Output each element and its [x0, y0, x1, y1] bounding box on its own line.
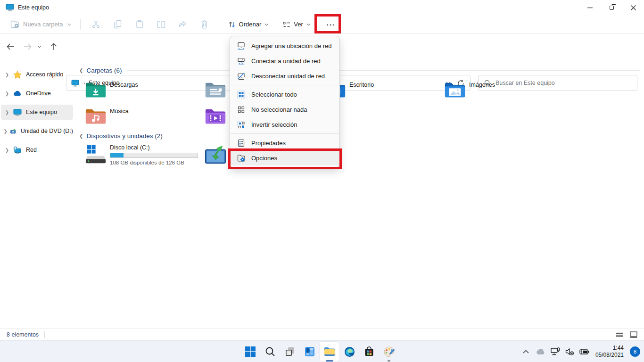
folders-group-header[interactable]: ❮ Carpetas (6) — [79, 67, 640, 74]
menu-item-add-network-location[interactable]: Agregar una ubicación de red — [230, 38, 339, 53]
sort-button[interactable]: Ordenar — [224, 16, 273, 33]
view-button[interactable]: Ver — [279, 16, 315, 33]
sidebar-item-label: OneDrive — [26, 90, 51, 97]
disk-usage-fill — [110, 153, 124, 157]
sidebar-item-quick-access[interactable]: ❯ Acceso rápido — [1, 67, 73, 82]
expand-chevron-icon[interactable]: ❯ — [1, 72, 13, 77]
network-icon — [13, 146, 22, 154]
view-label: Ver — [294, 21, 303, 28]
this-pc-icon — [6, 4, 14, 11]
clock-time: 1:44 — [595, 345, 624, 352]
file-explorer-icon — [324, 346, 335, 357]
dvd-drive-icon — [205, 146, 226, 166]
forward-icon — [24, 43, 32, 50]
expand-chevron-icon[interactable]: ❯ — [1, 148, 13, 153]
store-button[interactable] — [359, 342, 379, 362]
menu-item-select-none[interactable]: No seleccionar nada — [230, 102, 339, 117]
folder-documents-icon — [205, 79, 226, 100]
collapse-chevron-icon[interactable]: ❮ — [79, 68, 83, 73]
start-button[interactable] — [240, 342, 260, 362]
menu-item-label: Conectar a unidad de red — [251, 58, 321, 65]
delete-button[interactable] — [194, 16, 215, 33]
restore-button[interactable] — [601, 0, 622, 15]
see-more-menu: Agregar una ubicación de red Conectar a … — [230, 36, 340, 168]
folder-name: Imágenes — [469, 82, 495, 88]
recent-locations-button[interactable] — [34, 39, 44, 54]
menu-separator — [231, 85, 339, 85]
details-view-icon — [616, 331, 623, 337]
notification-count: 8 — [634, 349, 636, 354]
folder-tile-desktop[interactable]: Escritorio — [324, 79, 440, 103]
back-icon — [7, 43, 15, 50]
up-button[interactable] — [46, 39, 61, 54]
sidebar-item-network[interactable]: ❯ Red — [1, 142, 73, 157]
devices-group-header[interactable]: ❮ Dispositivos y unidades (2) — [79, 132, 640, 140]
edge-button[interactable] — [339, 342, 359, 362]
chevron-down-icon — [306, 23, 311, 26]
sidebar-item-dvd-drive[interactable]: ❯ Unidad de DVD (D:) — [1, 123, 73, 139]
tray-chevron-up-icon[interactable] — [520, 346, 532, 357]
sidebar-item-this-pc[interactable]: ❯ Este equipo — [1, 105, 73, 120]
copy-button[interactable] — [107, 16, 129, 33]
new-folder-button[interactable]: Nueva carpeta — [7, 16, 75, 33]
select-none-icon — [237, 105, 246, 114]
add-network-location-icon — [237, 41, 246, 50]
share-icon — [178, 20, 187, 29]
expand-chevron-icon[interactable]: ❯ — [1, 110, 13, 115]
cut-button[interactable] — [85, 16, 107, 33]
see-more-button[interactable]: ... — [322, 16, 340, 33]
taskbar-clock[interactable]: 1:44 05/08/2021 — [595, 345, 624, 359]
notification-badge[interactable]: 8 — [630, 346, 640, 357]
menu-item-select-all[interactable]: Seleccionar todo — [230, 87, 339, 102]
folder-pictures-icon — [444, 79, 466, 100]
task-view-button[interactable] — [280, 342, 300, 362]
windows-start-icon — [245, 346, 256, 357]
taskbar-search-button[interactable] — [260, 342, 280, 362]
menu-item-properties[interactable]: Propiedades — [230, 135, 339, 150]
drive-tile-local-disk-c[interactable]: Disco local (C:) 108 GB disponibles de 1… — [85, 144, 201, 167]
sidebar-item-label: Red — [26, 147, 37, 153]
paint-icon — [384, 346, 395, 357]
share-button[interactable] — [172, 16, 194, 33]
back-button[interactable] — [3, 39, 18, 54]
paint-button[interactable] — [379, 342, 399, 362]
folder-tile-music[interactable]: Música — [85, 106, 201, 129]
invert-selection-icon — [237, 120, 246, 129]
menu-item-map-network-drive[interactable]: Conectar a unidad de red — [230, 53, 339, 68]
expand-chevron-icon[interactable]: ❯ — [1, 129, 10, 134]
close-button[interactable] — [622, 0, 644, 15]
dvd-drive-icon — [10, 127, 16, 135]
running-indicator — [326, 360, 333, 362]
sidebar-item-onedrive[interactable]: ❯ OneDrive — [1, 86, 73, 101]
search-icon — [265, 346, 275, 357]
volume-muted-tray-icon[interactable] — [564, 346, 576, 357]
view-icon — [283, 21, 290, 28]
chevron-down-icon — [264, 23, 269, 26]
menu-item-label: No seleccionar nada — [251, 106, 307, 113]
expand-chevron-icon[interactable]: ❯ — [1, 91, 13, 96]
collapse-chevron-icon[interactable]: ❮ — [79, 133, 83, 139]
widgets-icon — [305, 346, 315, 357]
folder-tile-downloads[interactable]: Descargas — [85, 79, 201, 103]
menu-item-options[interactable]: Opciones — [230, 150, 339, 165]
details-view-button[interactable] — [615, 330, 624, 339]
minimize-button[interactable] — [579, 0, 601, 15]
menu-item-disconnect-network-drive[interactable]: Desconectar unidad de red — [230, 68, 339, 83]
task-view-icon — [285, 346, 295, 357]
battery-charging-tray-icon[interactable] — [579, 346, 590, 357]
large-icons-view-button[interactable] — [629, 330, 638, 339]
widgets-button[interactable] — [300, 342, 320, 362]
file-explorer-button[interactable] — [320, 342, 339, 362]
sidebar-item-label: Unidad de DVD (D:) — [21, 128, 73, 134]
chevron-down-icon — [37, 45, 41, 48]
network-tray-icon[interactable] — [550, 346, 561, 357]
forward-button[interactable] — [20, 39, 35, 54]
this-pc-icon — [13, 108, 22, 116]
folder-name: Música — [110, 108, 129, 115]
paste-button[interactable] — [129, 16, 150, 33]
onedrive-tray-icon[interactable] — [535, 346, 546, 357]
menu-item-invert-selection[interactable]: Invertir selección — [230, 117, 339, 132]
folder-tile-pictures[interactable]: Imágenes — [444, 79, 560, 103]
rename-button[interactable] — [150, 16, 172, 33]
disconnect-network-drive-icon — [237, 72, 246, 81]
